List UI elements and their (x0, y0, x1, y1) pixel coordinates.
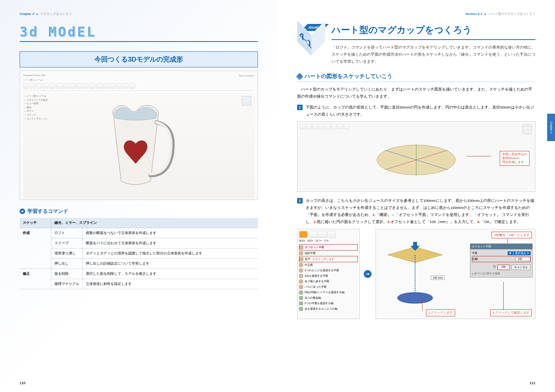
section-subtitle: ハート型のマグカップをつくろう (488, 12, 535, 16)
section-lead: 「ロフト」コマンドを使ってハート型のマグカップをモデリングしていきます。コマンド… (332, 44, 535, 65)
side-chapter-tab: Chapter 4 (547, 114, 555, 141)
section-cube-icon: Section 4-1 (297, 24, 325, 58)
cmd-delface-desc: 選択した面を削除して、モデルを修正します (82, 269, 258, 279)
arrow-circle-icon: ➔ (20, 209, 25, 214)
left-page-header: Chapter 4 ■ マグカップをつくろう (20, 12, 258, 16)
toolbar-icon (50, 83, 55, 89)
cube-bullet-icon (296, 73, 303, 80)
cmd-extrude-desc: 押し出しの詳細設定について学習します (82, 259, 258, 269)
browser-item: コンストラクション (25, 117, 48, 121)
step-2-text: カップの高さは、こちらも小さい缶ジュースのサイズを参考として100mmにします。… (306, 197, 535, 225)
browser-item: ドキュメントの設定 (25, 98, 48, 102)
menu-item: 傾斜平面 (299, 250, 358, 256)
toolbar-icon (30, 83, 35, 89)
step-1: 1 下図のように、カップの底の形状として、平面に直径50mmの円を作成します。円… (297, 104, 535, 118)
plane-icon (299, 263, 303, 267)
app-title: Autodesk Fusion 360 (23, 74, 45, 77)
toolbar-icon (312, 124, 318, 129)
subsection-title: ハートの図形をスケッチしていこう (305, 73, 392, 80)
menu-item: 3点を通過する平面 (299, 273, 358, 279)
menu-item: 点を通過するエッジ上の軸 (299, 306, 358, 312)
toolbar-icon (331, 124, 337, 129)
callout-distance: 3.距離を「100」とします (492, 232, 532, 239)
logo-underline (20, 41, 258, 42)
menu-tab-label: 検査▾ (307, 239, 313, 243)
menu-item: パスに沿った平面 (299, 284, 358, 290)
cmd-sweep-desc: 断面をパスに沿わせて立体形状を作成します (82, 238, 258, 249)
callout-connector (503, 282, 504, 310)
callout-connector (422, 300, 423, 311)
step-number-icon: 2 (297, 198, 303, 203)
app-user: Teruo Ozawa ▾ (239, 74, 254, 77)
toolbar-icon (337, 124, 343, 129)
tab-insert (318, 231, 326, 238)
step-number-icon: 1 (297, 105, 303, 110)
cmd-sweep: スイープ (51, 238, 82, 249)
toolbar-icon (63, 83, 69, 89)
cat-modify: 修正 (20, 269, 51, 289)
offset-plane-view: 100 mm 3.距離を「100」とします オフセット平面 平面▶ 1 選択済み… (375, 229, 535, 319)
axis-icon (299, 296, 303, 300)
toolbar-icon (110, 83, 115, 89)
commands-heading: ➔ 学習するコマンド (20, 208, 258, 215)
callout-click-1: 1.クリックします (313, 257, 334, 261)
fig1-toolbar (300, 124, 349, 129)
plane-icon (299, 279, 303, 283)
toolbar-icon (23, 83, 29, 89)
dimension-label: 100 mm (431, 276, 444, 280)
section-badge: Section 4-1 ハート型のマグカップをつくろう 「ロフト」コマンドを使っ… (297, 24, 535, 65)
svg-point-6 (397, 292, 433, 303)
callout-connector (467, 156, 491, 156)
menu-item: 中立面 (299, 262, 358, 268)
toolbar-icon (43, 83, 49, 89)
viewcube-icon (242, 96, 251, 105)
browser-item: スケッチ (25, 113, 48, 117)
app-canvas: ハート型コップ v1 ドキュメントの設定 ビュー管理 原点 ボディ スケッチ コ… (23, 93, 254, 199)
commands-heading-text: 学習するコマンド (27, 208, 68, 215)
menu-item: 点上の垂直軸 (299, 295, 358, 301)
plane-icon (299, 257, 303, 261)
menu-tab-label: 構築▾ (299, 239, 305, 243)
flow-arrow-icon: ➔ (364, 270, 372, 278)
toolbar-icon (36, 83, 42, 89)
toolbar-icon (103, 83, 109, 89)
toolbar-icon (70, 83, 75, 89)
panel-help-link: ▸ [ｵﾌｾｯﾄ]に関する情報 (472, 272, 531, 276)
right-page-header: Section 4-1 ■ ハート型のマグカップをつくろう (297, 12, 535, 16)
callout-click-2: 2.クリックします (426, 309, 455, 316)
tab-inspect (308, 231, 317, 238)
menu-tab-label: 挿入▾ (316, 239, 321, 243)
panel-title: オフセット平面 (470, 244, 532, 249)
panel-plane-label: 平面 (472, 251, 477, 255)
th-sketch: スケッチ (20, 218, 51, 228)
header-separator-icon: ■ (484, 13, 486, 15)
fusion360-screenshot: Autodesk Fusion 360 Teruo Ozawa ▾ ハート型コッ… (20, 71, 258, 200)
plane-icon (299, 245, 303, 249)
cmd-material-desc: 立体形状に材料を指定します (82, 279, 258, 289)
cmd-extrude: 押し出し (51, 259, 82, 269)
cmd-loft-desc: 複数の断面をつないで立体形状を作成します (82, 228, 258, 238)
toolbar-icon (344, 124, 349, 129)
offset-plane-sketch (376, 229, 474, 319)
cmd-boundary: 境界塗り潰し (51, 249, 82, 259)
browser-item: ハート型コップ v1 (25, 94, 48, 98)
panel-distance-label: 距離 (472, 257, 478, 261)
menu-tab-label: ﾒｲｸ▾ (324, 239, 328, 243)
toolbar-icon (96, 83, 102, 89)
menu-item: 2つのエッジを通過する平面 (299, 268, 358, 273)
toolbar-icon (306, 124, 312, 129)
plane-icon (299, 285, 303, 289)
ok-button: OK (497, 265, 510, 270)
model-title-box: 今回つくる3Dモデルの完成形 (20, 51, 258, 67)
chapter-logo: 3d MOdEL (20, 24, 258, 40)
offset-panel: オフセット平面 平面▶ 1 選択済み ✕ 距離100 ⓘ OK キャンセル ▸ … (470, 243, 533, 278)
subsection-heading: ハートの図形をスケッチしていこう (297, 73, 535, 82)
axis-icon (299, 301, 303, 305)
menu-tangent-plane-callout: 接平1.クリックします (299, 256, 358, 262)
th-sketch-val: 線分、ミラー、スプライン (51, 218, 258, 228)
commands-table: スケッチ線分、ミラー、スプライン 作成ロフト複数の断面をつないで立体形状を作成し… (20, 218, 258, 289)
toolbar-icon (90, 83, 95, 89)
toolbar-icon (56, 83, 62, 89)
figure-1: 平面に原点中心の 直径50mmの 円を作成します (297, 121, 535, 192)
app-tab: ハート型コップ v1 (23, 78, 254, 82)
